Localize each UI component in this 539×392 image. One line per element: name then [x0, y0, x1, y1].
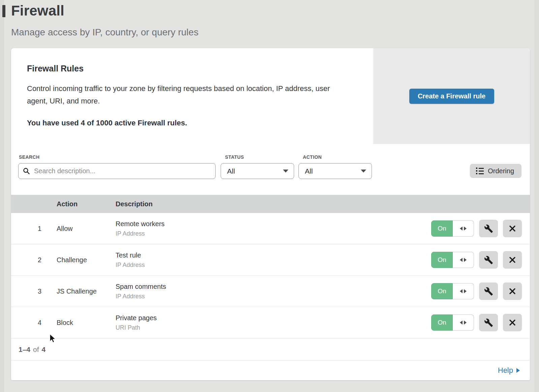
arrow-right-icon [516, 368, 520, 373]
toggle-handle[interactable] [453, 220, 474, 237]
rule-enabled-toggle[interactable]: On [431, 220, 474, 237]
rule-match-type: URI Path [116, 324, 431, 331]
close-icon [508, 224, 516, 233]
rule-description: Remote workers [116, 220, 431, 228]
panel-title: Firewall Rules [27, 64, 360, 73]
rule-controls: On [431, 220, 530, 237]
toggle-on-label: On [431, 314, 453, 331]
rule-match-type: IP Address [116, 230, 431, 237]
wrench-icon [484, 224, 493, 233]
ordering-button[interactable]: Ordering [470, 164, 521, 178]
edit-rule-button[interactable] [479, 282, 498, 300]
rule-description: Private pages [116, 314, 431, 322]
toggle-on-label: On [431, 220, 453, 237]
arrow-right-icon [464, 258, 467, 262]
help-row: Help [11, 361, 530, 380]
arrow-left-icon [460, 321, 463, 325]
wrench-icon [484, 287, 493, 296]
pagination-total: 4 [42, 345, 46, 354]
action-select[interactable]: All [298, 163, 372, 179]
rule-priority: 2 [11, 256, 45, 264]
page-header: Firewall Manage access by IP, country, o… [11, 3, 198, 38]
search-icon [23, 168, 30, 175]
arrow-right-icon [464, 321, 467, 325]
page-subtitle: Manage access by IP, country, or query r… [11, 27, 198, 38]
rule-controls: On [431, 251, 530, 269]
rule-action: JS Challenge [45, 288, 104, 295]
toggle-handle[interactable] [453, 283, 474, 299]
delete-rule-button[interactable] [503, 220, 522, 237]
pagination-of: of [33, 345, 39, 354]
arrow-left-icon [460, 227, 463, 231]
window-edge-notch [2, 5, 5, 17]
arrow-right-icon [464, 289, 467, 293]
arrow-right-icon [464, 227, 467, 231]
list-icon [476, 168, 484, 174]
delete-rule-button[interactable] [503, 251, 522, 269]
rules-table-body: 1 Allow Remote workers IP Address On [11, 213, 530, 338]
rule-description-cell: Remote workers IP Address [104, 220, 431, 237]
create-rule-panel: Create a Firewall rule [373, 48, 530, 144]
panel-description: Control incoming traffic to your zone by… [27, 82, 350, 107]
panel-usage: You have used 4 of 1000 active Firewall … [27, 119, 360, 127]
rule-description-cell: Spam comments IP Address [104, 283, 431, 300]
rule-enabled-toggle[interactable]: On [431, 252, 474, 268]
firewall-page: { "page": { "title": "Firewall", "subtit… [0, 0, 539, 392]
close-icon [508, 287, 516, 295]
rule-enabled-toggle[interactable]: On [431, 283, 474, 299]
rule-controls: On [431, 282, 530, 300]
delete-rule-button[interactable] [503, 282, 522, 300]
firewall-rules-summary-text: Firewall Rules Control incoming traffic … [11, 48, 373, 144]
rule-description: Spam comments [116, 283, 431, 291]
filter-bar: SEARCH STATUS All ACTION All Ordering [11, 144, 530, 195]
rule-match-type: IP Address [116, 293, 431, 300]
toggle-on-label: On [431, 283, 453, 299]
help-link-label: Help [498, 366, 513, 375]
close-icon [508, 319, 516, 327]
rule-description-cell: Private pages URI Path [104, 314, 431, 331]
help-link[interactable]: Help [498, 366, 520, 375]
edit-rule-button[interactable] [479, 251, 498, 269]
rule-description-cell: Test rule IP Address [104, 251, 431, 269]
table-row: 2 Challenge Test rule IP Address On [11, 244, 530, 276]
rule-action: Challenge [45, 256, 104, 264]
action-select-value: All [305, 167, 313, 175]
search-input[interactable] [18, 163, 216, 179]
wrench-icon [484, 318, 493, 327]
toggle-on-label: On [431, 252, 453, 268]
rule-priority: 3 [11, 288, 45, 295]
toggle-handle[interactable] [453, 314, 474, 331]
rules-table-header: Action Description [11, 195, 530, 213]
firewall-rules-summary: Firewall Rules Control incoming traffic … [11, 48, 530, 144]
rule-priority: 4 [11, 319, 45, 327]
rule-match-type: IP Address [116, 262, 431, 269]
firewall-rules-card: Firewall Rules Control incoming traffic … [11, 48, 530, 380]
search-label: SEARCH [19, 154, 40, 160]
edit-rule-button[interactable] [479, 220, 498, 237]
search-box [18, 163, 216, 179]
chevron-down-icon [283, 170, 288, 173]
status-select[interactable]: All [221, 163, 294, 179]
rule-action: Allow [45, 225, 104, 233]
rule-enabled-toggle[interactable]: On [431, 314, 474, 331]
table-row: 3 JS Challenge Spam comments IP Address … [11, 276, 530, 307]
toggle-handle[interactable] [453, 252, 474, 268]
status-label: STATUS [225, 154, 244, 160]
rule-priority: 1 [11, 225, 45, 233]
rule-controls: On [431, 314, 530, 331]
ordering-button-label: Ordering [488, 167, 514, 175]
table-row: 4 Block Private pages URI Path On [11, 307, 530, 338]
page-title: Firewall [11, 3, 198, 19]
chevron-down-icon [361, 170, 366, 173]
action-label: ACTION [303, 154, 322, 160]
window-left-edge [0, 0, 4, 392]
action-column-header: Action [45, 200, 104, 208]
wrench-icon [484, 255, 493, 265]
arrow-left-icon [460, 289, 463, 293]
window-right-edge [534, 0, 539, 392]
edit-rule-button[interactable] [479, 314, 498, 331]
pagination-range: 1–4 [19, 345, 30, 354]
delete-rule-button[interactable] [503, 314, 522, 331]
rule-description: Test rule [116, 251, 431, 259]
create-firewall-rule-button[interactable]: Create a Firewall rule [409, 89, 494, 104]
